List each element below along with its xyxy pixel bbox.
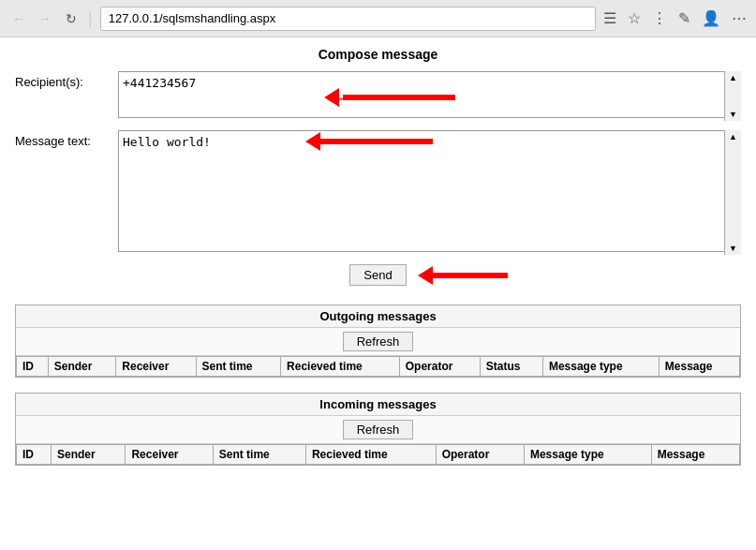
edit-icon: ✎ — [678, 9, 690, 27]
recipient-label: Recipient(s): — [15, 71, 118, 89]
outgoing-refresh-row: Refresh — [16, 328, 740, 356]
incoming-table: ID Sender Receiver Sent time Recieved ti… — [16, 444, 740, 465]
scroll-down-arrow: ▼ — [729, 110, 737, 119]
outgoing-col-message-type: Message type — [542, 357, 659, 377]
back-button[interactable]: ← — [9, 9, 28, 28]
outgoing-header-row: ID Sender Receiver Sent time Recieved ti… — [17, 357, 740, 377]
send-button[interactable]: Send — [349, 264, 406, 286]
send-arrow — [418, 266, 508, 285]
browser-chrome: ← → ↻ | ☰ ☆ ⋮ ✎ 👤 ⋯ — [0, 0, 756, 37]
incoming-col-sender: Sender — [52, 445, 126, 465]
incoming-section: Incoming messages Refresh ID Sender Rece… — [15, 393, 741, 466]
person-icon: 👤 — [702, 9, 720, 27]
compose-section: Compose message Recipient(s): ▲ ▼ ← Mess… — [15, 47, 741, 286]
outgoing-col-sent-time: Sent time — [196, 357, 281, 377]
outgoing-section: Outgoing messages Refresh ID Sender Rece… — [15, 305, 741, 378]
message-row: Message text: ▲ ▼ — [15, 130, 741, 255]
incoming-header-row: ID Sender Receiver Sent time Recieved ti… — [17, 445, 740, 465]
outgoing-col-status: Status — [480, 357, 542, 377]
menu-icon: ⋮ — [652, 9, 667, 27]
recipient-scrollbar: ▲ ▼ — [724, 71, 741, 121]
page-content: Compose message Recipient(s): ▲ ▼ ← Mess… — [0, 37, 756, 550]
recipient-arrow: ← — [324, 82, 354, 112]
message-label: Message text: — [15, 130, 118, 148]
outgoing-col-operator: Operator — [399, 357, 480, 377]
browser-toolbar-icons: ☰ ☆ ⋮ ✎ 👤 ⋯ — [603, 9, 747, 27]
outgoing-col-message: Message — [659, 357, 739, 377]
message-input[interactable] — [118, 130, 741, 252]
incoming-refresh-button[interactable]: Refresh — [343, 420, 414, 439]
forward-button[interactable]: → — [36, 9, 54, 28]
incoming-col-message-type: Message type — [524, 445, 651, 465]
separator: | — [88, 8, 93, 28]
msg-scroll-down-arrow: ▼ — [729, 244, 737, 253]
outgoing-col-receiver: Receiver — [116, 357, 196, 377]
incoming-col-received-time: Recieved time — [305, 445, 436, 465]
incoming-col-message: Message — [651, 445, 739, 465]
address-bar[interactable] — [100, 7, 596, 31]
star-icon: ☆ — [628, 9, 641, 27]
incoming-col-receiver: Receiver — [126, 445, 213, 465]
incoming-col-operator: Operator — [436, 445, 524, 465]
incoming-refresh-row: Refresh — [16, 416, 740, 444]
recipient-input-wrapper: ▲ ▼ ← — [118, 71, 741, 121]
outgoing-table: ID Sender Receiver Sent time Recieved ti… — [16, 356, 740, 377]
message-scrollbar: ▲ ▼ — [724, 130, 741, 255]
bookmarks-icon: ☰ — [603, 9, 616, 27]
incoming-col-sent-time: Sent time — [213, 445, 305, 465]
outgoing-col-id: ID — [17, 357, 49, 377]
compose-title: Compose message — [15, 47, 741, 62]
message-input-wrapper: ▲ ▼ — [118, 130, 741, 255]
incoming-title: Incoming messages — [16, 394, 740, 416]
scroll-up-arrow: ▲ — [729, 73, 737, 82]
outgoing-col-received-time: Recieved time — [281, 357, 400, 377]
msg-scroll-up-arrow: ▲ — [729, 132, 737, 141]
outgoing-col-sender: Sender — [48, 357, 116, 377]
outgoing-refresh-button[interactable]: Refresh — [343, 332, 414, 351]
send-row: Send — [15, 264, 741, 286]
recipient-row: Recipient(s): ▲ ▼ ← — [15, 71, 741, 121]
more-icon: ⋯ — [732, 9, 747, 27]
browser-refresh-button[interactable]: ↻ — [62, 9, 81, 28]
incoming-col-id: ID — [17, 445, 52, 465]
outgoing-title: Outgoing messages — [16, 305, 740, 328]
